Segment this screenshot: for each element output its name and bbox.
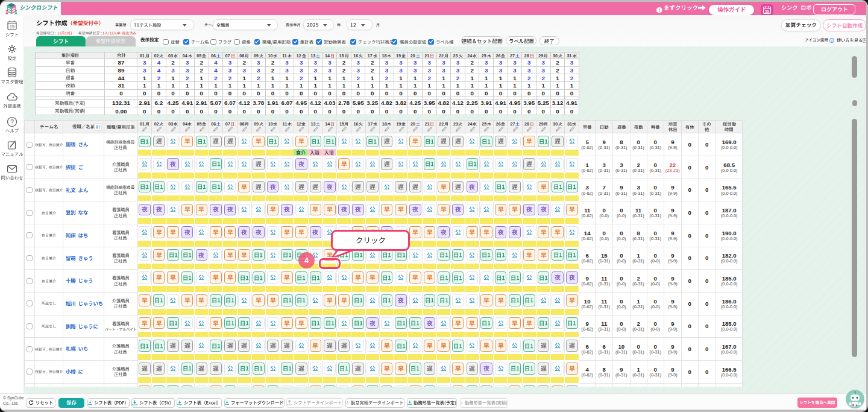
- svg-text:?: ?: [10, 118, 14, 125]
- svg-text:15: 15: [765, 9, 769, 13]
- svg-text:i: i: [831, 39, 832, 42]
- svg-text:15: 15: [10, 25, 14, 29]
